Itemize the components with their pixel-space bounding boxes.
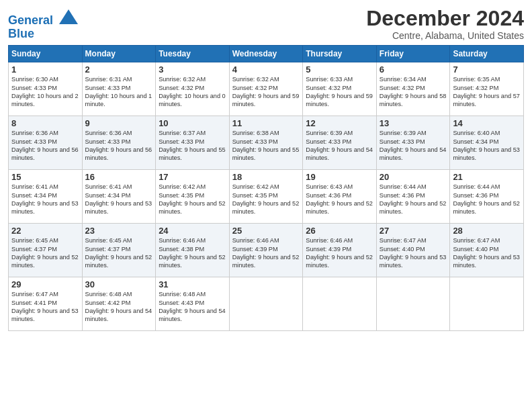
col-header-tuesday: Tuesday	[156, 46, 230, 62]
calendar-cell: 12 Sunrise: 6:39 AMSunset: 4:33 PMDaylig…	[303, 116, 377, 170]
cell-info: Sunrise: 6:39 AMSunset: 4:33 PMDaylight:…	[306, 130, 373, 161]
col-header-friday: Friday	[376, 46, 450, 62]
calendar-cell: 15 Sunrise: 6:41 AMSunset: 4:34 PMDaylig…	[9, 170, 83, 224]
month-title: December 2024	[366, 7, 524, 30]
col-header-monday: Monday	[82, 46, 156, 62]
day-number: 31	[159, 279, 226, 289]
cell-info: Sunrise: 6:44 AMSunset: 4:36 PMDaylight:…	[380, 183, 447, 215]
week-row-4: 22 Sunrise: 6:45 AMSunset: 4:37 PMDaylig…	[9, 224, 524, 277]
calendar-cell: 22 Sunrise: 6:45 AMSunset: 4:37 PMDaylig…	[9, 224, 83, 277]
calendar-cell: 23 Sunrise: 6:45 AMSunset: 4:37 PMDaylig…	[82, 224, 156, 277]
day-number: 15	[11, 172, 79, 182]
calendar-cell: 29 Sunrise: 6:47 AMSunset: 4:41 PMDaylig…	[9, 277, 83, 331]
day-number: 28	[453, 226, 521, 236]
cell-info: Sunrise: 6:47 AMSunset: 4:40 PMDaylight:…	[453, 237, 520, 269]
day-number: 10	[159, 118, 226, 128]
day-number: 9	[85, 118, 153, 128]
logo-icon	[59, 9, 78, 24]
day-number: 25	[232, 226, 300, 236]
cell-info: Sunrise: 6:46 AMSunset: 4:38 PMDaylight:…	[159, 237, 226, 269]
logo: General Blue	[8, 9, 78, 41]
cell-info: Sunrise: 6:46 AMSunset: 4:39 PMDaylight:…	[306, 237, 373, 269]
cell-info: Sunrise: 6:43 AMSunset: 4:36 PMDaylight:…	[306, 183, 373, 215]
cell-info: Sunrise: 6:46 AMSunset: 4:39 PMDaylight:…	[232, 237, 300, 269]
week-row-2: 8 Sunrise: 6:36 AMSunset: 4:33 PMDayligh…	[9, 116, 524, 170]
cell-info: Sunrise: 6:45 AMSunset: 4:37 PMDaylight:…	[11, 237, 79, 269]
calendar-cell: 25 Sunrise: 6:46 AMSunset: 4:39 PMDaylig…	[229, 224, 303, 277]
cell-info: Sunrise: 6:32 AMSunset: 4:32 PMDaylight:…	[232, 76, 300, 107]
calendar-cell: 4 Sunrise: 6:32 AMSunset: 4:32 PMDayligh…	[229, 62, 303, 116]
day-number: 19	[306, 172, 373, 182]
cell-info: Sunrise: 6:34 AMSunset: 4:32 PMDaylight:…	[380, 76, 447, 107]
cell-info: Sunrise: 6:38 AMSunset: 4:33 PMDaylight:…	[232, 130, 300, 161]
calendar-cell: 1 Sunrise: 6:30 AMSunset: 4:33 PMDayligh…	[9, 62, 83, 116]
cell-info: Sunrise: 6:41 AMSunset: 4:34 PMDaylight:…	[11, 183, 79, 215]
week-row-3: 15 Sunrise: 6:41 AMSunset: 4:34 PMDaylig…	[9, 170, 524, 224]
calendar-cell: 10 Sunrise: 6:37 AMSunset: 4:33 PMDaylig…	[156, 116, 230, 170]
day-number: 7	[453, 64, 521, 75]
day-number: 6	[380, 64, 447, 75]
day-number: 20	[380, 172, 447, 182]
calendar-cell: 20 Sunrise: 6:44 AMSunset: 4:36 PMDaylig…	[376, 170, 450, 224]
calendar-cell: 18 Sunrise: 6:42 AMSunset: 4:35 PMDaylig…	[229, 170, 303, 224]
day-number: 3	[159, 64, 226, 75]
day-number: 26	[306, 226, 373, 236]
calendar-cell: 14 Sunrise: 6:40 AMSunset: 4:34 PMDaylig…	[450, 116, 524, 170]
calendar-cell: 27 Sunrise: 6:47 AMSunset: 4:40 PMDaylig…	[376, 224, 450, 277]
day-number: 12	[306, 118, 373, 128]
day-number: 21	[453, 172, 521, 182]
day-number: 18	[232, 172, 300, 182]
day-number: 13	[380, 118, 447, 128]
day-number: 8	[11, 118, 79, 128]
day-number: 22	[11, 226, 79, 236]
day-number: 14	[453, 118, 521, 128]
cell-info: Sunrise: 6:31 AMSunset: 4:33 PMDaylight:…	[85, 76, 152, 107]
cell-info: Sunrise: 6:42 AMSunset: 4:35 PMDaylight:…	[232, 183, 300, 215]
calendar-cell: 2 Sunrise: 6:31 AMSunset: 4:33 PMDayligh…	[82, 62, 156, 116]
calendar-cell: 9 Sunrise: 6:36 AMSunset: 4:33 PMDayligh…	[82, 116, 156, 170]
day-number: 16	[85, 172, 153, 182]
cell-info: Sunrise: 6:36 AMSunset: 4:33 PMDaylight:…	[85, 130, 152, 161]
cell-info: Sunrise: 6:32 AMSunset: 4:32 PMDaylight:…	[159, 76, 226, 107]
cell-info: Sunrise: 6:47 AMSunset: 4:41 PMDaylight:…	[11, 291, 79, 322]
calendar-cell: 6 Sunrise: 6:34 AMSunset: 4:32 PMDayligh…	[376, 62, 450, 116]
day-number: 23	[85, 226, 153, 236]
day-number: 30	[85, 279, 153, 289]
calendar-table: SundayMondayTuesdayWednesdayThursdayFrid…	[8, 45, 524, 331]
cell-info: Sunrise: 6:33 AMSunset: 4:32 PMDaylight:…	[306, 76, 373, 107]
calendar-cell: 3 Sunrise: 6:32 AMSunset: 4:32 PMDayligh…	[156, 62, 230, 116]
cell-info: Sunrise: 6:42 AMSunset: 4:35 PMDaylight:…	[159, 183, 226, 215]
calendar-cell: 26 Sunrise: 6:46 AMSunset: 4:39 PMDaylig…	[303, 224, 377, 277]
day-number: 24	[159, 226, 226, 236]
calendar-cell: 13 Sunrise: 6:39 AMSunset: 4:33 PMDaylig…	[376, 116, 450, 170]
col-header-wednesday: Wednesday	[229, 46, 303, 62]
day-number: 27	[380, 226, 447, 236]
col-header-sunday: Sunday	[9, 46, 83, 62]
cell-info: Sunrise: 6:35 AMSunset: 4:32 PMDaylight:…	[453, 76, 520, 107]
day-number: 1	[11, 64, 79, 75]
calendar-cell: 24 Sunrise: 6:46 AMSunset: 4:38 PMDaylig…	[156, 224, 230, 277]
cell-info: Sunrise: 6:45 AMSunset: 4:37 PMDaylight:…	[85, 237, 152, 269]
cell-info: Sunrise: 6:48 AMSunset: 4:42 PMDaylight:…	[85, 291, 152, 322]
title-block: December 2024 Centre, Alabama, United St…	[366, 7, 524, 41]
logo-text-block: General Blue	[8, 9, 78, 41]
cell-info: Sunrise: 6:41 AMSunset: 4:34 PMDaylight:…	[85, 183, 152, 215]
day-number: 17	[159, 172, 226, 182]
col-header-saturday: Saturday	[450, 46, 524, 62]
col-header-thursday: Thursday	[303, 46, 377, 62]
calendar-cell: 31 Sunrise: 6:48 AMSunset: 4:43 PMDaylig…	[156, 277, 230, 331]
cell-info: Sunrise: 6:44 AMSunset: 4:36 PMDaylight:…	[453, 183, 520, 215]
logo-blue: Blue	[8, 28, 78, 41]
week-row-5: 29 Sunrise: 6:47 AMSunset: 4:41 PMDaylig…	[9, 277, 524, 331]
cell-info: Sunrise: 6:36 AMSunset: 4:33 PMDaylight:…	[11, 130, 79, 161]
calendar-cell: 16 Sunrise: 6:41 AMSunset: 4:34 PMDaylig…	[82, 170, 156, 224]
calendar-cell	[229, 277, 303, 331]
calendar-cell	[376, 277, 450, 331]
calendar-cell: 5 Sunrise: 6:33 AMSunset: 4:32 PMDayligh…	[303, 62, 377, 116]
page-container: General Blue December 2024 Centre, Alaba…	[0, 0, 532, 336]
week-row-1: 1 Sunrise: 6:30 AMSunset: 4:33 PMDayligh…	[9, 62, 524, 116]
cell-info: Sunrise: 6:39 AMSunset: 4:33 PMDaylight:…	[380, 130, 447, 161]
calendar-cell: 21 Sunrise: 6:44 AMSunset: 4:36 PMDaylig…	[450, 170, 524, 224]
calendar-cell: 19 Sunrise: 6:43 AMSunset: 4:36 PMDaylig…	[303, 170, 377, 224]
logo-general: General	[8, 13, 53, 27]
